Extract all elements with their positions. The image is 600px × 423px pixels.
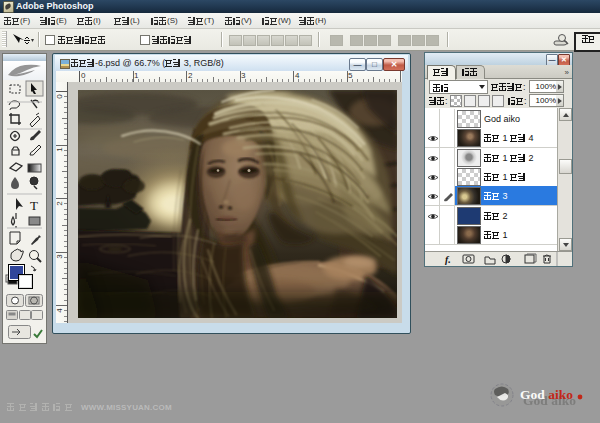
svg-text:T: T <box>30 198 38 213</box>
svg-text:God aiko: God aiko <box>520 387 573 402</box>
svg-text:f.: f. <box>445 254 451 265</box>
